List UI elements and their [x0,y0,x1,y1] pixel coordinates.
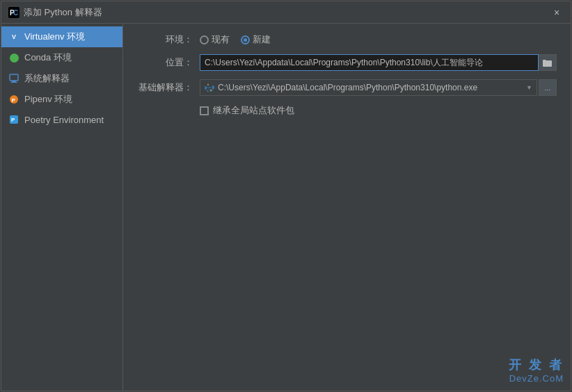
inherit-checkbox[interactable] [200,106,209,115]
title-bar-left: P C 添加 Python 解释器 [8,6,102,19]
environment-row: 环境： 现有 新建 [137,33,557,46]
svg-rect-4 [12,81,16,82]
svg-rect-5 [10,82,17,83]
sidebar-item-virtualenv-label: Virtualenv 环境 [24,31,85,43]
sidebar-item-pipenv[interactable]: P Pipenv 环境 [1,89,122,110]
sidebar-item-conda-label: Conda 环境 [24,51,72,64]
add-interpreter-dialog: P C 添加 Python 解释器 × V Virtualenv 环境 Cond… [1,1,571,391]
pipenv-icon: P [8,94,19,105]
location-folder-button[interactable] [539,54,557,71]
svg-text:P: P [12,97,16,104]
svg-rect-3 [10,74,18,81]
sidebar-item-conda[interactable]: Conda 环境 [1,47,122,68]
base-interpreter-ellipsis-button[interactable]: ... [539,79,557,96]
sidebar-item-pipenv-label: Pipenv 环境 [24,93,72,106]
dropdown-arrow-icon: ▼ [526,84,532,91]
conda-icon [8,52,19,63]
sidebar-item-poetry-label: Poetry Environment [24,115,104,125]
sidebar-item-poetry[interactable]: P Poetry Environment [1,110,122,129]
sidebar: V Virtualenv 环境 Conda 环境 系统解释器 [1,24,123,391]
inherit-checkbox-label: 继承全局站点软件包 [213,104,294,117]
base-interpreter-value: C:\Users\Yezi\AppData\Local\Programs\Pyt… [218,83,477,92]
svg-point-11 [210,90,212,91]
svg-point-10 [207,84,209,85]
base-interpreter-row: 基础解释器： C:\Users\Yezi\AppData\Local\Progr… [137,79,557,96]
base-interpreter-dropdown[interactable]: C:\Users\Yezi\AppData\Local\Programs\Pyt… [200,79,537,96]
python-dropdown-icon [205,83,214,92]
main-content: 环境： 现有 新建 位置： [123,24,571,391]
location-input[interactable] [200,54,539,71]
base-interpreter-dropdown-wrapper: C:\Users\Yezi\AppData\Local\Programs\Pyt… [200,79,557,96]
close-button[interactable]: × [550,6,564,19]
sidebar-item-virtualenv[interactable]: V Virtualenv 环境 [1,26,122,47]
radio-existing-circle [200,35,209,44]
system-icon [8,73,19,84]
radio-group: 现有 新建 [200,33,271,46]
radio-new-label: 新建 [253,33,271,46]
dialog-title: 添加 Python 解释器 [24,6,102,19]
svg-text:C: C [13,9,18,17]
inherit-checkbox-row: 继承全局站点软件包 [200,104,557,117]
radio-new-circle [241,35,250,44]
svg-text:P: P [11,117,15,123]
sidebar-item-system-label: 系统解释器 [24,72,70,85]
location-label: 位置： [137,56,193,69]
location-input-wrapper [200,54,557,71]
radio-existing-label: 现有 [212,33,230,46]
radio-existing[interactable]: 现有 [200,33,230,46]
pycharm-icon: P C [8,7,19,18]
base-interpreter-label: 基础解释器： [137,81,193,94]
dialog-body: V Virtualenv 环境 Conda 环境 系统解释器 [1,24,571,391]
virtualenv-icon: V [8,31,19,42]
dropdown-inner: C:\Users\Yezi\AppData\Local\Programs\Pyt… [205,83,523,92]
sidebar-item-system[interactable]: 系统解释器 [1,68,122,89]
title-bar: P C 添加 Python 解释器 × [1,1,571,24]
poetry-icon: P [8,114,19,125]
location-row: 位置： [137,54,557,71]
radio-new[interactable]: 新建 [241,33,271,46]
env-label: 环境： [137,33,193,46]
